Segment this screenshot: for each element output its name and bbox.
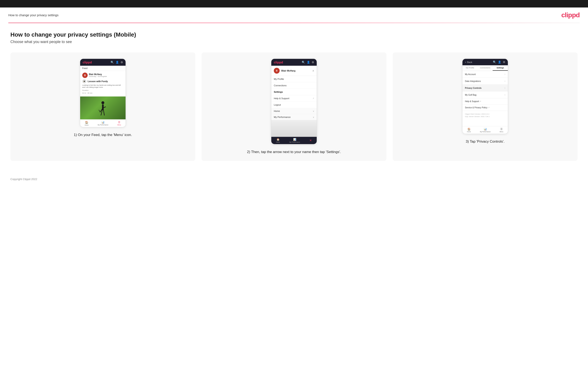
my-golf-bag-chevron-icon: › bbox=[504, 93, 505, 96]
m2-search-icon[interactable]: 🔍 bbox=[302, 61, 305, 64]
m2-menu-my-profile[interactable]: My Profile bbox=[271, 76, 317, 82]
m2-my-profile-label: My Profile bbox=[274, 78, 284, 80]
m1-lesson-icon: 🎓 bbox=[82, 79, 86, 83]
m2-home-chevron-icon: ∨ bbox=[313, 110, 314, 112]
m2-blurred-bg bbox=[271, 120, 317, 137]
settings-item-my-account[interactable]: My Account › bbox=[462, 71, 508, 78]
settings-item-privacy-controls[interactable]: Privacy Controls › bbox=[462, 85, 508, 92]
my-golf-bag-label: My Golf Bag bbox=[465, 94, 476, 96]
m3-nav-menu[interactable]: ☰ Menu bbox=[500, 128, 503, 133]
m1-post: B Blair McHarg Yesterday · Sunningdale 🎓… bbox=[80, 71, 126, 96]
settings-icon[interactable]: ⚙ bbox=[121, 61, 123, 64]
step-card-1: clippd 🔍 👤 ⚙ Feed B Blair bbox=[10, 52, 195, 161]
settings-item-service-privacy[interactable]: Service & Privacy Policy ↗ bbox=[462, 105, 508, 111]
m2-menu-help[interactable]: Help & Support bbox=[271, 95, 317, 102]
m2-nav-home-label: Home bbox=[276, 142, 280, 143]
tab-settings[interactable]: Settings bbox=[493, 65, 508, 71]
m1-nav-home[interactable]: 🏠 Home bbox=[85, 121, 89, 126]
service-privacy-ext-icon: ↗ bbox=[488, 107, 490, 108]
m1-lesson-header: 🎓 Lesson with Fordy bbox=[82, 79, 123, 83]
m2-chart-icon: 📊 bbox=[293, 138, 296, 141]
m2-profile-icon[interactable]: 👤 bbox=[307, 61, 310, 64]
m3-nav-home[interactable]: 🏠 Home bbox=[467, 128, 471, 133]
m2-help-label: Help & Support bbox=[274, 97, 289, 100]
service-privacy-ext: Service & Privacy Policy ↗ bbox=[465, 107, 490, 109]
m2-user-chevron-icon[interactable]: ∧ bbox=[312, 69, 314, 72]
m3-search-icon[interactable]: 🔍 bbox=[493, 60, 496, 64]
m1-nav-home-label: Home bbox=[85, 124, 89, 126]
m3-menu-icon: ☰ bbox=[500, 128, 503, 131]
m1-post-sub: Yesterday · Sunningdale bbox=[89, 75, 107, 77]
feed-tab-label: Feed bbox=[82, 67, 87, 69]
tab-connections[interactable]: Connections bbox=[478, 65, 493, 71]
m1-navbar: clippd 🔍 👤 ⚙ bbox=[80, 59, 126, 66]
step-card-3: < Back 🔍 👤 ⚙ My Profile Connections Sett… bbox=[393, 52, 578, 161]
m2-performance-chevron-icon: ∨ bbox=[313, 116, 314, 118]
step-1-caption: 1) On your Feed, tap the 'Menu' icon. bbox=[74, 132, 132, 138]
m2-nav-performance[interactable]: 📊 My Performance bbox=[289, 138, 300, 143]
m1-lesson-title: Lesson with Fordy bbox=[88, 80, 108, 83]
m2-settings-icon[interactable]: ⚙ bbox=[312, 61, 314, 64]
data-integrations-chevron-icon: › bbox=[504, 80, 505, 83]
m2-user-row[interactable]: B Blair McHarg ∧ bbox=[271, 66, 317, 76]
settings-item-my-golf-bag[interactable]: My Golf Bag › bbox=[462, 92, 508, 98]
m1-golf-image bbox=[80, 96, 126, 119]
m3-settings-icon[interactable]: ⚙ bbox=[503, 60, 505, 64]
m1-avatar: B bbox=[82, 73, 88, 78]
help-support-ext: Help & Support ↗ bbox=[465, 100, 481, 102]
m2-section-home[interactable]: Home ∨ bbox=[271, 108, 317, 114]
m3-back-button[interactable]: < Back bbox=[465, 61, 472, 63]
clippd-logo: clippd bbox=[561, 11, 580, 19]
privacy-controls-chevron-icon: › bbox=[504, 86, 505, 89]
m3-nav-home-label: Home bbox=[467, 131, 471, 133]
m3-chart-icon: 📊 bbox=[484, 128, 487, 131]
help-support-ext-icon: ↗ bbox=[480, 100, 481, 102]
phone-mockup-2: clippd 🔍 👤 ⚙ B Blair McHarg bbox=[271, 59, 317, 144]
m2-bottom-nav: 🏠 Home 📊 My Performance ✕ bbox=[271, 137, 317, 144]
m2-connections-label: Connections bbox=[274, 84, 286, 87]
m2-user-left: B Blair McHarg bbox=[274, 68, 295, 74]
m1-nav-performance[interactable]: 📊 My Performance bbox=[98, 121, 108, 125]
svg-line-5 bbox=[104, 110, 104, 115]
menu-icon: ☰ bbox=[118, 121, 120, 124]
home-icon: 🏠 bbox=[85, 121, 88, 124]
my-account-chevron-icon: › bbox=[504, 73, 505, 76]
header: How to change your privacy settings clip… bbox=[0, 8, 588, 23]
m2-logo: clippd bbox=[274, 60, 283, 64]
m3-version: Clippd Client Version: 2022.8.3-3 GQL Se… bbox=[462, 111, 508, 120]
m2-menu-connections[interactable]: Connections bbox=[271, 82, 317, 89]
m2-nav-home[interactable]: 🏠 Home bbox=[276, 138, 280, 143]
m2-nav-performance-label: My Performance bbox=[289, 142, 300, 143]
top-bar bbox=[0, 0, 588, 8]
privacy-controls-label: Privacy Controls bbox=[465, 87, 481, 89]
settings-item-help-support[interactable]: Help & Support ↗ bbox=[462, 98, 508, 105]
service-privacy-label: Service & Privacy Policy bbox=[465, 107, 487, 109]
m2-menu-settings[interactable]: Settings bbox=[271, 89, 317, 95]
m1-duration-value: 01 hr : 30 min bbox=[82, 92, 123, 94]
m2-close-icon: ✕ bbox=[309, 139, 312, 142]
main-content: How to change your privacy settings (Mob… bbox=[0, 23, 588, 173]
m2-home-icon: 🏠 bbox=[277, 138, 280, 141]
m1-nav-menu[interactable]: ☰ Menu bbox=[117, 121, 121, 125]
m1-nav-performance-label: My Performance bbox=[98, 124, 108, 125]
m2-menu-logout[interactable]: Logout bbox=[271, 102, 317, 108]
m1-post-name: Blair McHarg bbox=[89, 73, 107, 75]
m2-section-performance[interactable]: My Performance ∨ bbox=[271, 114, 317, 120]
golfer-svg bbox=[98, 101, 108, 119]
m3-nav-performance-label: My Performance bbox=[480, 131, 491, 133]
search-icon[interactable]: 🔍 bbox=[111, 61, 114, 64]
profile-icon[interactable]: 👤 bbox=[116, 61, 119, 64]
m2-home-label: Home bbox=[274, 110, 280, 112]
m1-feed-tab[interactable]: Feed bbox=[80, 66, 126, 71]
m3-back-label: Back bbox=[467, 61, 472, 63]
my-account-label: My Account bbox=[465, 73, 476, 75]
tab-my-profile[interactable]: My Profile bbox=[462, 65, 478, 71]
m2-nav-close[interactable]: ✕ bbox=[309, 139, 312, 142]
m3-nav-performance[interactable]: 📊 My Performance bbox=[480, 128, 491, 133]
m2-menu-overlay: B Blair McHarg ∧ My Profile Connections … bbox=[271, 66, 317, 137]
data-integrations-label: Data Integrations bbox=[465, 80, 481, 82]
m3-bottom-nav: 🏠 Home 📊 My Performance ☰ Menu bbox=[462, 126, 508, 134]
m1-nav-menu-label: Menu bbox=[117, 124, 121, 125]
m3-profile-icon[interactable]: 👤 bbox=[498, 60, 501, 64]
settings-item-data-integrations[interactable]: Data Integrations › bbox=[462, 78, 508, 85]
